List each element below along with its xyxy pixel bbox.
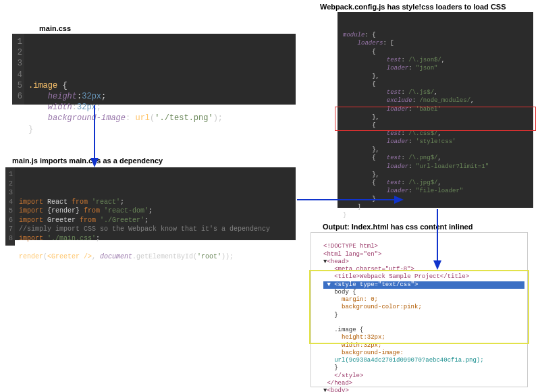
main-css-label: main.css — [39, 24, 71, 32]
inlined-css-highlight — [309, 270, 529, 344]
webpack-label: Webpack.config.js has style!css loaders … — [320, 3, 506, 11]
main-js-editor: 1 2 3 4 5 6 7 8 import React from 'react… — [5, 167, 296, 240]
line-gutter: 1 2 3 4 5 6 — [12, 34, 24, 105]
css-loader-highlight — [335, 107, 536, 131]
main-css-editor: 1 2 3 4 5 6 .image { height:32px; width:… — [12, 34, 296, 105]
line-gutter: 1 2 3 4 5 6 7 8 — [5, 167, 15, 246]
mainjs-label: main.js imports main.css as a dependency — [12, 157, 163, 165]
